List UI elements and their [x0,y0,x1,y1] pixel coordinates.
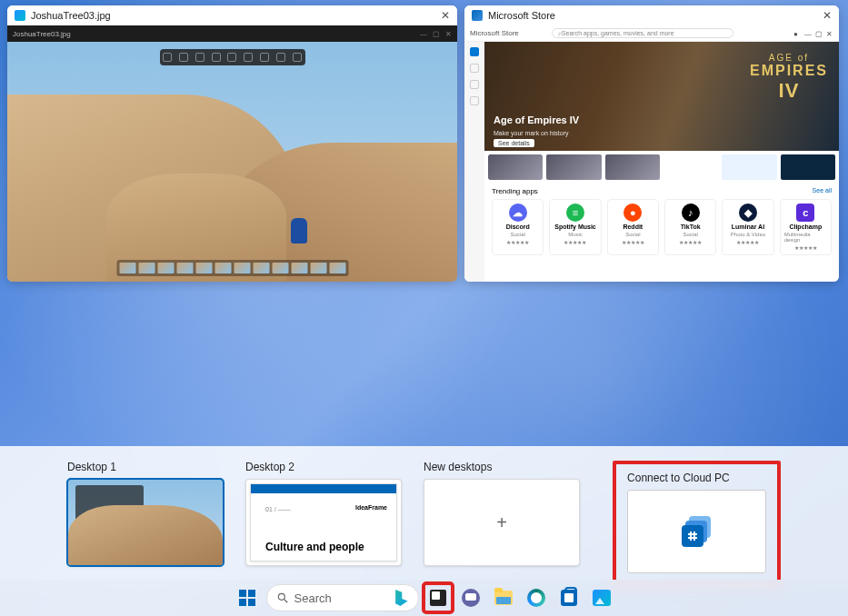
maximize-icon: ▢ [433,30,440,38]
window-titlebar: JoshuaTree03.jpg ✕ [7,5,457,25]
photo-canvas [7,42,457,282]
window-titlebar: Microsoft Store ✕ [464,5,839,25]
see-all-link[interactable]: See all [813,187,832,195]
new-desktop-label: New desktops [424,461,580,473]
photos-preview: JoshuaTree03.jpg —▢✕ [7,25,457,282]
window-thumbnail-store[interactable]: Microsoft Store ✕ Microsoft Store ⌕ Sear… [464,5,839,282]
store-preview: Microsoft Store ⌕ Search apps, games, mo… [464,25,839,282]
app-card[interactable]: ☁DiscordSocial★★★★★ [492,199,544,255]
trending-label: Trending apps [492,187,538,195]
window-title-text: JoshuaTree03.jpg [31,10,111,21]
doc-filename: IdeaFrame [355,504,387,511]
store-header: Microsoft Store ⌕ Search apps, games, mo… [464,25,839,42]
photos-app-chrome: JoshuaTree03.jpg —▢✕ [7,25,457,42]
edge-button[interactable] [523,584,550,611]
app-card[interactable]: ●RedditSocial★★★★★ [607,199,659,255]
photo-subject-person [291,218,307,243]
hero-subtitle: Make your mark on history [494,130,568,136]
store-button[interactable] [555,584,583,611]
sidebar-apps-icon[interactable] [470,64,479,73]
desktop-label: Desktop 2 [245,461,402,473]
minimize-icon: — [804,30,812,37]
sidebar-movies-icon[interactable] [470,96,479,105]
task-view-button[interactable] [424,584,452,611]
cloud-pc-label: Connect to Cloud PC [627,472,766,484]
hero-game-logo: AGE of EMPIRES IV [750,53,828,103]
file-explorer-button[interactable] [490,584,517,611]
chat-icon [462,589,480,607]
close-icon: ✕ [445,30,452,38]
hero-details-button[interactable]: See details [494,139,534,147]
window-title-text: Microsoft Store [488,10,555,21]
cloud-pc-icon [682,516,713,547]
doc-heading: Culture and people [265,541,364,553]
tiktok-icon: ♪ [682,204,700,222]
highlight-annotation: Connect to Cloud PC [613,461,781,588]
minimize-icon: — [420,30,427,38]
reddit-icon: ● [624,204,642,222]
cloud-pc[interactable]: Connect to Cloud PC [613,461,781,566]
maximize-icon: ▢ [815,30,823,37]
desktop-thumbnail[interactable] [67,479,224,566]
photos-button[interactable] [588,584,615,611]
cloud-pc-button[interactable] [627,490,766,573]
search-placeholder: Search [294,591,332,605]
taskbar: Search [0,580,848,616]
user-icon: ● [793,30,801,37]
hero-thumbnails [484,151,839,184]
edge-icon [527,589,545,607]
app-card[interactable]: ♪TikTokSocial★★★★★ [664,199,716,255]
photos-toolbar [160,49,305,65]
taskview-open-windows: JoshuaTree03.jpg ✕ JoshuaTree03.jpg —▢✕ [0,5,848,282]
taskbar-search[interactable]: Search [266,584,419,611]
luminar-icon: ◆ [739,204,757,222]
sidebar-home-icon[interactable] [470,47,479,56]
app-card[interactable]: cClipchampMultimedia design★★★★★ [780,199,832,255]
doc-meta: 01 / —— [265,506,291,512]
plus-icon: + [496,512,507,533]
store-header-title: Microsoft Store [470,29,519,37]
store-hero-banner[interactable]: Age of Empires IV Make your mark on hist… [484,42,839,151]
desktop-thumbnail[interactable]: 01 / —— IdeaFrame Culture and people [245,479,402,566]
spotify-icon: ≡ [566,204,584,222]
store-icon [561,590,577,606]
desktop-label: Desktop 1 [67,461,224,473]
app-card[interactable]: ≡Spotify MusicMusic★★★★★ [549,199,601,255]
task-view-icon [430,590,446,606]
new-desktop-button[interactable]: + [424,479,580,566]
desktop-1[interactable]: Desktop 1 [67,461,224,566]
svg-point-0 [278,593,284,600]
store-sidebar [464,42,484,282]
photos-icon [593,590,611,606]
photos-filename: JoshuaTree03.jpg [13,30,71,38]
window-thumbnail-photos[interactable]: JoshuaTree03.jpg ✕ JoshuaTree03.jpg —▢✕ [7,5,457,282]
folder-icon [494,591,513,605]
photos-app-icon [15,10,25,21]
store-app-icon [472,10,483,21]
windows-logo-icon [239,590,255,606]
sidebar-gaming-icon[interactable] [470,80,479,89]
bing-icon [393,590,409,606]
hero-title: Age of Empires IV [494,114,579,125]
store-search-placeholder: Search apps, games, movies, and more [562,30,674,36]
close-icon[interactable]: ✕ [441,9,450,22]
photos-filmstrip [116,260,348,276]
svg-line-1 [284,600,287,603]
chat-button[interactable] [457,584,484,611]
discord-icon: ☁ [509,204,527,222]
clipchamp-icon: c [796,204,814,222]
new-desktop[interactable]: New desktops + [424,461,580,566]
virtual-desktops-strip: Desktop 1 Desktop 2 01 / —— IdeaFrame Cu… [0,446,848,581]
app-card[interactable]: ◆Luminar AIPhoto & Video★★★★★ [722,199,773,255]
store-search-input[interactable]: ⌕ Search apps, games, movies, and more [552,28,733,38]
desktop-2[interactable]: Desktop 2 01 / —— IdeaFrame Culture and … [245,461,402,566]
close-icon: ✕ [826,30,833,37]
start-button[interactable] [234,584,261,611]
close-icon[interactable]: ✕ [823,9,832,22]
search-icon [276,591,289,604]
trending-apps-grid: ☁DiscordSocial★★★★★ ≡Spotify MusicMusic★… [484,199,839,261]
